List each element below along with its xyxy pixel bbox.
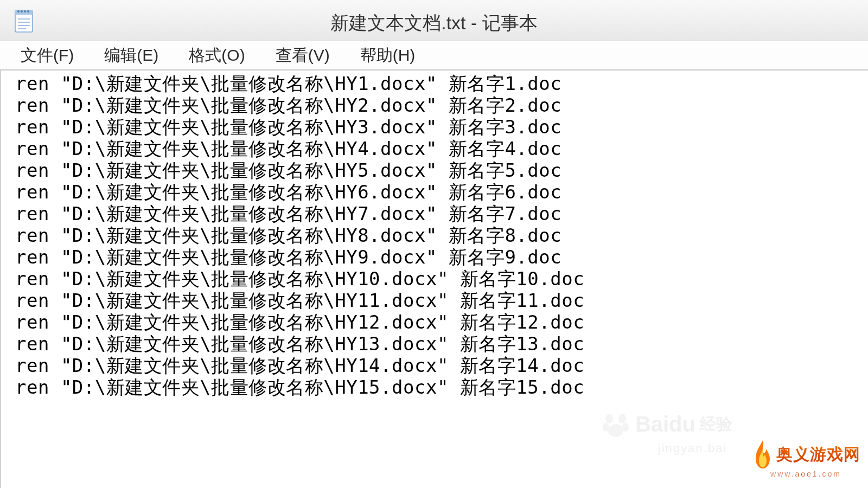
- window-title: 新建文本文档.txt - 记事本: [330, 11, 538, 36]
- notepad-app-icon: [13, 7, 35, 34]
- svg-point-2: [17, 10, 20, 12]
- editor-line[interactable]: ren "D:\新建文件夹\批量修改名称\HY13.docx" 新名字13.do…: [15, 333, 857, 355]
- editor-line[interactable]: ren "D:\新建文件夹\批量修改名称\HY1.docx" 新名字1.doc: [15, 73, 857, 94]
- editor-line[interactable]: ren "D:\新建文件夹\批量修改名称\HY8.docx" 新名字8.doc: [15, 224, 857, 246]
- editor-line[interactable]: ren "D:\新建文件夹\批量修改名称\HY11.docx" 新名字11.do…: [15, 290, 857, 311]
- svg-point-3: [21, 10, 23, 12]
- baidu-suffix-text: 经验: [700, 413, 732, 435]
- menu-view[interactable]: 查看(V): [271, 42, 334, 69]
- baidu-url-text: jingyan.bai: [658, 441, 727, 455]
- editor-line[interactable]: ren "D:\新建文件夹\批量修改名称\HY4.docx" 新名字4.doc: [15, 138, 857, 159]
- aoyi-brand-text: 奥义游戏网: [776, 444, 860, 466]
- baidu-watermark: Baidu 经验: [601, 409, 732, 439]
- editor-line[interactable]: ren "D:\新建文件夹\批量修改名称\HY3.docx" 新名字3.doc: [15, 116, 857, 138]
- svg-point-4: [24, 10, 26, 12]
- editor-line[interactable]: ren "D:\新建文件夹\批量修改名称\HY12.docx" 新名字12.do…: [15, 311, 857, 333]
- menu-file[interactable]: 文件(F): [16, 42, 78, 69]
- baidu-brand-text: Baidu: [635, 412, 695, 436]
- editor-line[interactable]: ren "D:\新建文件夹\批量修改名称\HY15.docx" 新名字15.do…: [15, 376, 857, 398]
- editor-line[interactable]: ren "D:\新建文件夹\批量修改名称\HY2.docx" 新名字2.doc: [15, 94, 857, 116]
- text-editor-area[interactable]: ren "D:\新建文件夹\批量修改名称\HY1.docx" 新名字1.docr…: [0, 70, 868, 488]
- menu-format[interactable]: 格式(O): [184, 42, 249, 69]
- svg-point-5: [27, 10, 29, 12]
- editor-line[interactable]: ren "D:\新建文件夹\批量修改名称\HY6.docx" 新名字6.doc: [15, 181, 857, 203]
- editor-line[interactable]: ren "D:\新建文件夹\批量修改名称\HY7.docx" 新名字7.doc: [15, 203, 857, 224]
- svg-point-10: [605, 414, 613, 423]
- flame-icon: [751, 438, 774, 471]
- aoyi-watermark: 奥义游戏网 www.aoe1.com: [751, 438, 860, 478]
- paw-icon: [601, 409, 631, 439]
- aoyi-url-text: www.aoe1.com: [770, 470, 841, 478]
- editor-line[interactable]: ren "D:\新建文件夹\批量修改名称\HY14.docx" 新名字14.do…: [15, 355, 857, 376]
- svg-point-11: [618, 414, 626, 423]
- editor-line[interactable]: ren "D:\新建文件夹\批量修改名称\HY9.docx" 新名字9.doc: [15, 246, 857, 268]
- menubar: 文件(F) 编辑(E) 格式(O) 查看(V) 帮助(H): [0, 41, 868, 70]
- menu-edit[interactable]: 编辑(E): [100, 42, 163, 69]
- svg-point-14: [608, 424, 623, 437]
- editor-line[interactable]: ren "D:\新建文件夹\批量修改名称\HY5.docx" 新名字5.doc: [15, 159, 857, 181]
- titlebar: 新建文本文档.txt - 记事本: [0, 0, 868, 41]
- menu-help[interactable]: 帮助(H): [356, 42, 420, 69]
- editor-line[interactable]: ren "D:\新建文件夹\批量修改名称\HY10.docx" 新名字10.do…: [15, 268, 857, 290]
